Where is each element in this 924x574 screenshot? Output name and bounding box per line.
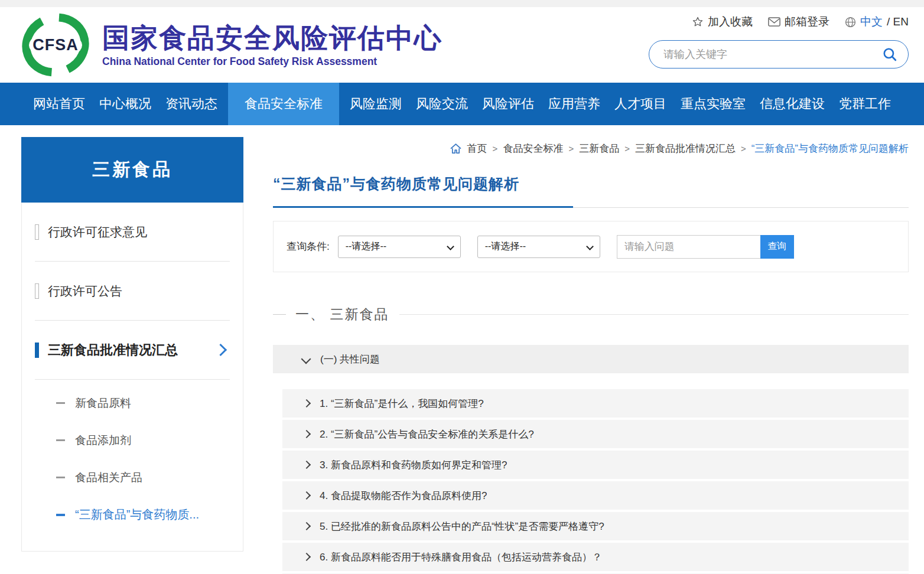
faq-question: 3. 新食品原料和食药物质如何界定和管理? [320,458,507,472]
page-title: “三新食品”与食药物质常见问题解析 [273,174,909,194]
nav-item-party-work[interactable]: 党群工作 [835,83,894,125]
chevron-right-icon [302,522,311,530]
breadcrumb-current-page: “三新食品”与食药物质常见问题解析 [751,142,909,155]
mail-login-label: 邮箱登录 [785,14,829,30]
sidebar-item-permit-announcements[interactable]: 行政许可公告 [35,262,230,321]
sidebar-item-label: 三新食品批准情况汇总 [48,341,216,359]
sidebar-item-label: 行政许可公告 [48,283,122,299]
sidebar-subitem-faq-current[interactable]: “三新食品”与食药物质... [22,496,243,533]
nav-item-home[interactable]: 网站首页 [30,83,89,125]
nav-item-risk-monitoring[interactable]: 风险监测 [346,83,405,125]
dash-icon [56,477,65,478]
search-input[interactable] [662,48,882,61]
sidebar-submenu: 新食品原料 食品添加剂 食品相关产品 “三新食品”与食药物质... [22,380,243,539]
sidebar-subitem-food-additives[interactable]: 食品添加剂 [22,422,243,459]
favorite-link[interactable]: 加入收藏 [692,14,753,30]
faq-item-6[interactable]: 6. 新食品原料能否用于特殊膳食用食品（包括运动营养食品）？ [282,543,909,571]
chevron-right-icon [302,553,311,561]
breadcrumb-approval-summary[interactable]: 三新食品批准情况汇总 [635,142,736,155]
sidebar-item-permit-comments[interactable]: 行政许可征求意见 [35,203,230,262]
subitem-label: “三新食品”与食药物质... [75,507,199,523]
breadcrumb: 首页 > 食品安全标准 > 三新食品 > 三新食品批准情况汇总 > “三新食品”… [273,142,909,155]
chevron-right-icon [302,399,311,407]
home-icon[interactable] [450,143,462,155]
nav-item-risk-communication[interactable]: 风险交流 [412,83,471,125]
heading-left-rule [273,314,286,315]
faq-question: 2. “三新食品”公告与食品安全标准的关系是什么? [320,428,534,441]
sidebar-item-approval-summary[interactable]: 三新食品批准情况汇总 [35,321,230,380]
lang-en[interactable]: / EN [887,15,909,28]
chevron-down-icon [447,243,454,250]
faq-item-2[interactable]: 2. “三新食品”公告与食品安全标准的关系是什么? [282,420,909,448]
breadcrumb-separator: > [741,144,746,154]
nav-item-news[interactable]: 资讯动态 [162,83,221,125]
mail-icon [768,17,780,27]
question-input[interactable] [617,235,760,259]
lang-zh[interactable]: 中文 [860,14,883,30]
heading-right-rule [399,314,909,315]
star-icon [692,16,704,28]
site-title-en: China National Center for Food Safety Ri… [102,56,443,68]
accordion-label: (一) 共性问题 [320,353,380,366]
dash-icon [56,514,65,516]
site-header: CFSA 国家食品安全风险评估中心 China National Center … [0,7,924,83]
top-strip [0,0,924,7]
query-form: 查询条件: --请选择-- --请选择-- 查询 [273,221,909,272]
chevron-down-icon [586,243,594,250]
breadcrumb-separator: > [493,144,498,154]
faq-list: 1. “三新食品”是什么，我国如何管理? 2. “三新食品”公告与食品安全标准的… [282,389,909,574]
faq-question: 1. “三新食品”是什么，我国如何管理? [320,397,484,410]
logo[interactable]: CFSA 国家食品安全风险评估中心 China National Center … [21,13,443,77]
breadcrumb-food-safety-standards[interactable]: 食品安全标准 [503,142,563,155]
query-select-2[interactable]: --请选择-- [477,236,600,258]
sidebar-menu: 行政许可征求意见 行政许可公告 三新食品批准情况汇总 新食品原料 食品添加剂 [21,203,243,552]
faq-question: 6. 新食品原料能否用于特殊膳食用食品（包括运动营养食品）？ [320,550,602,564]
content: 首页 > 食品安全标准 > 三新食品 > 三新食品批准情况汇总 > “三新食品”… [273,137,909,574]
sidebar-subitem-food-related-products[interactable]: 食品相关产品 [22,459,243,496]
breadcrumb-home[interactable]: 首页 [467,142,487,155]
chevron-down-icon [301,354,311,364]
cfsa-logo-icon: CFSA [21,13,90,77]
accordion-common-questions[interactable]: (一) 共性问题 [273,345,909,373]
nav-item-food-safety-standards[interactable]: 食品安全标准 [228,83,339,125]
language-switch[interactable]: 中文 / EN [845,14,909,30]
section-heading: 一、 三新食品 [273,305,909,324]
faq-item-1[interactable]: 1. “三新食品”是什么，我国如何管理? [282,389,909,418]
nav-item-risk-assessment[interactable]: 风险评估 [479,83,538,125]
nav-item-overview[interactable]: 中心概况 [96,83,155,125]
subitem-label: 食品添加剂 [75,433,131,448]
item-marker [35,283,39,299]
query-input-group: 查询 [617,235,794,259]
query-select-1[interactable]: --请选择-- [338,236,461,258]
subitem-label: 食品相关产品 [75,470,142,485]
faq-item-5[interactable]: 5. 已经批准的新食品原料公告中的产品“性状”是否需要严格遵守? [282,512,909,540]
search-icon[interactable] [882,47,897,62]
select-value: --请选择-- [346,240,386,253]
faq-item-4[interactable]: 4. 食品提取物能否作为食品原料使用? [282,481,909,510]
breadcrumb-separator: > [624,144,630,154]
header-right: 加入收藏 邮箱登录 中文 / EN [649,14,909,69]
nav-item-talent-program[interactable]: 人才项目 [611,83,670,125]
query-button[interactable]: 查询 [760,235,794,259]
breadcrumb-three-new-foods[interactable]: 三新食品 [579,142,619,155]
nav-item-informatization[interactable]: 信息化建设 [756,83,828,125]
faq-question: 4. 食品提取物能否作为食品原料使用? [320,489,487,503]
sidebar-title: 三新食品 [21,137,243,203]
site-search [649,40,909,69]
quick-links: 加入收藏 邮箱登录 中文 / EN [649,14,909,30]
chevron-right-icon [214,344,227,356]
faq-item-3[interactable]: 3. 新食品原料和食药物质如何界定和管理? [282,451,909,479]
mail-login-link[interactable]: 邮箱登录 [768,14,829,30]
section-title: 一、 三新食品 [295,305,389,324]
main-area: 三新食品 行政许可征求意见 行政许可公告 三新食品批准情况汇总 新食品原料 [0,125,924,574]
main-nav: 网站首页 中心概况 资讯动态 食品安全标准 风险监测 风险交流 风险评估 应用营… [0,83,924,125]
logo-text: CFSA [29,31,82,59]
faq-question: 5. 已经批准的新食品原料公告中的产品“性状”是否需要严格遵守? [320,520,604,533]
sidebar-subitem-new-food-ingredients[interactable]: 新食品原料 [22,384,243,422]
breadcrumb-separator: > [568,144,574,154]
nav-item-applied-nutrition[interactable]: 应用营养 [545,83,604,125]
dash-icon [56,439,65,441]
dash-icon [56,402,65,404]
brand-block: 国家食品安全风险评估中心 China National Center for F… [102,22,443,68]
nav-item-key-laboratory[interactable]: 重点实验室 [677,83,749,125]
